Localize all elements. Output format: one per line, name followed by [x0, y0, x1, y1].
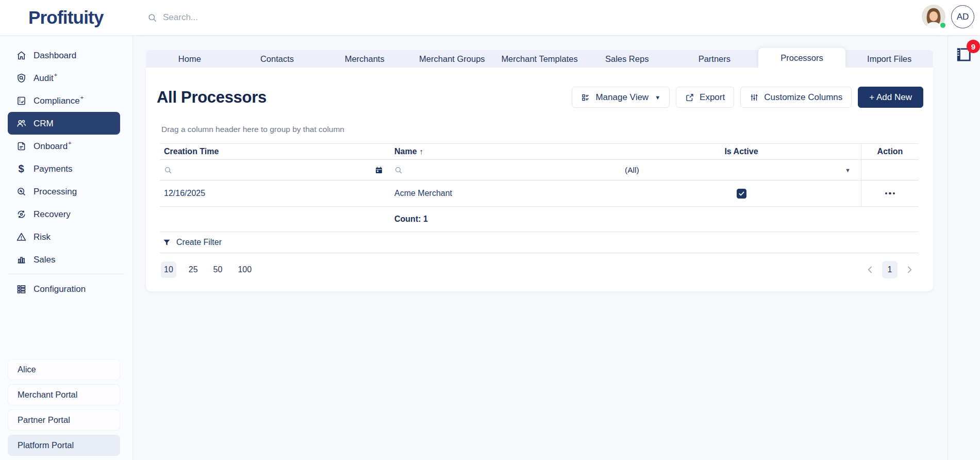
table-filter-row: (All) ▼	[160, 160, 919, 180]
top-header: Profituity Search... AD	[0, 0, 980, 35]
action-filter-cell	[861, 160, 919, 180]
sidebar-item-payments[interactable]: $ Payments	[8, 157, 120, 180]
sidebar-item-label: Dashboard	[34, 50, 77, 61]
page-size-10[interactable]: 10	[161, 261, 176, 278]
online-status-dot	[940, 22, 946, 28]
calendar-icon[interactable]	[375, 166, 383, 174]
search-icon	[394, 166, 403, 174]
portal-card-merchant[interactable]: Merchant Portal	[8, 384, 120, 405]
portal-card-partner[interactable]: Partner Portal	[8, 409, 120, 431]
table-summary-row: Count: 1	[160, 207, 919, 232]
document-check-icon	[15, 95, 27, 106]
app-logo: Profituity	[28, 7, 104, 28]
tab-partners[interactable]: Partners	[671, 50, 758, 68]
sidebar-divider	[8, 274, 124, 274]
user-avatar[interactable]	[922, 5, 945, 28]
search-icon	[147, 13, 157, 23]
sidebar-item-recovery[interactable]: Recovery	[8, 203, 120, 225]
count-label: Count: 1	[389, 215, 622, 224]
pagination-bar: 10 25 50 100 1	[160, 253, 919, 286]
view-list-icon	[581, 93, 590, 102]
group-by-hint: Drag a column header here to group by th…	[161, 125, 344, 134]
portal-card-alice[interactable]: Alice	[8, 359, 120, 380]
toolbar: Manage View ▼ Export	[572, 87, 923, 108]
sidebar-item-label: Compliance+	[34, 95, 84, 106]
sidebar-item-configuration[interactable]: Configuration	[8, 277, 120, 300]
chevron-left-icon[interactable]	[865, 265, 875, 275]
sidebar-item-label: Sales	[34, 254, 56, 265]
sidebar-item-onboard[interactable]: Onboard+	[8, 135, 120, 157]
name-cell: Acme Merchant	[389, 189, 622, 198]
sort-ascending-icon: ↑	[420, 147, 424, 156]
crm-tabbar: Home Contacts Merchants Merchant Groups …	[146, 50, 933, 68]
tab-merchants[interactable]: Merchants	[321, 50, 408, 68]
refresh-gear-icon	[15, 208, 27, 220]
tab-sales-reps[interactable]: Sales Reps	[583, 50, 671, 68]
shield-search-icon	[15, 72, 27, 84]
sidebar-item-label: Payments	[34, 163, 73, 174]
customize-columns-button[interactable]: Customize Columns	[740, 87, 852, 108]
chevron-right-icon[interactable]	[904, 265, 915, 275]
table-row[interactable]: 12/16/2025 Acme Merchant	[160, 180, 919, 207]
account-initials-badge[interactable]: AD	[951, 5, 974, 28]
tab-merchant-groups[interactable]: Merchant Groups	[408, 50, 496, 68]
sidebar-item-sales[interactable]: Sales	[8, 248, 120, 271]
row-actions-ellipsis-button[interactable]	[885, 192, 895, 195]
tab-processors[interactable]: Processors	[758, 48, 846, 68]
table-header-row: Creation Time Name ↑ Is Active Action	[160, 143, 919, 160]
column-header-creation-time[interactable]: Creation Time	[160, 147, 389, 156]
export-button[interactable]: Export	[676, 87, 734, 108]
column-header-name[interactable]: Name ↑	[389, 147, 622, 156]
sidebar-item-risk[interactable]: Risk	[8, 225, 120, 248]
tab-contacts[interactable]: Contacts	[234, 50, 321, 68]
processors-table: Creation Time Name ↑ Is Active Action	[160, 143, 919, 286]
pager: 1	[865, 261, 915, 278]
page-size-100[interactable]: 100	[235, 261, 255, 278]
tab-home[interactable]: Home	[146, 50, 234, 68]
processors-card: All Processors Manage View ▼	[146, 68, 933, 291]
sidebar-item-label: Risk	[34, 231, 51, 242]
column-header-is-active[interactable]: Is Active	[622, 147, 861, 156]
creation-time-filter-input[interactable]	[160, 160, 389, 180]
sidebar-item-label: Onboard+	[34, 140, 72, 152]
home-icon	[15, 50, 27, 61]
search-placeholder: Search...	[163, 12, 198, 23]
sidebar-item-dashboard[interactable]: Dashboard	[8, 44, 120, 67]
action-cell	[861, 180, 919, 206]
is-active-checkbox[interactable]	[737, 189, 746, 199]
page-size-50[interactable]: 50	[210, 261, 226, 278]
chevron-down-icon: ▼	[845, 167, 851, 173]
sidebar-item-processing[interactable]: Processing	[8, 180, 120, 203]
search-icon	[164, 166, 172, 174]
sidebar-item-compliance[interactable]: Compliance+	[8, 89, 120, 112]
people-icon	[15, 118, 27, 129]
create-filter-button[interactable]: Create Filter	[160, 232, 919, 253]
portal-card-platform[interactable]: Platform Portal	[8, 435, 120, 456]
search-input[interactable]: Search...	[147, 12, 364, 23]
tab-import-files[interactable]: Import Files	[845, 50, 933, 68]
sidebar-item-label: Processing	[34, 186, 77, 197]
add-new-button[interactable]: + Add New	[858, 87, 923, 108]
sidebar-item-audit[interactable]: Audit+	[8, 67, 120, 89]
portal-switcher: Alice Merchant Portal Partner Portal Pla…	[8, 359, 120, 456]
manage-view-button[interactable]: Manage View ▼	[572, 87, 670, 108]
column-header-action: Action	[861, 144, 919, 159]
export-icon	[685, 93, 694, 102]
sidebar-nav: Dashboard Audit+ Compliance+ CRM	[0, 35, 133, 460]
sidebar-item-label: CRM	[34, 118, 54, 129]
tab-merchant-templates[interactable]: Merchant Templates	[496, 50, 584, 68]
name-filter-input[interactable]	[389, 160, 622, 180]
creation-time-cell: 12/16/2025	[160, 189, 389, 198]
current-page-button[interactable]: 1	[882, 261, 898, 278]
sidebar-item-label: Audit+	[34, 72, 57, 84]
side-panel-toggle-button[interactable]: 9	[953, 44, 976, 67]
search-pulse-icon	[15, 186, 27, 197]
page-size-25[interactable]: 25	[186, 261, 201, 278]
page-title: All Processors	[157, 88, 267, 107]
chevron-down-icon: ▼	[655, 94, 660, 101]
is-active-filter-select[interactable]: (All) ▼	[622, 160, 861, 180]
bar-chart-icon	[15, 254, 27, 265]
sidebar-item-crm[interactable]: CRM	[8, 112, 120, 135]
sidebar-item-label: Recovery	[34, 208, 71, 220]
rows-icon	[15, 283, 27, 294]
